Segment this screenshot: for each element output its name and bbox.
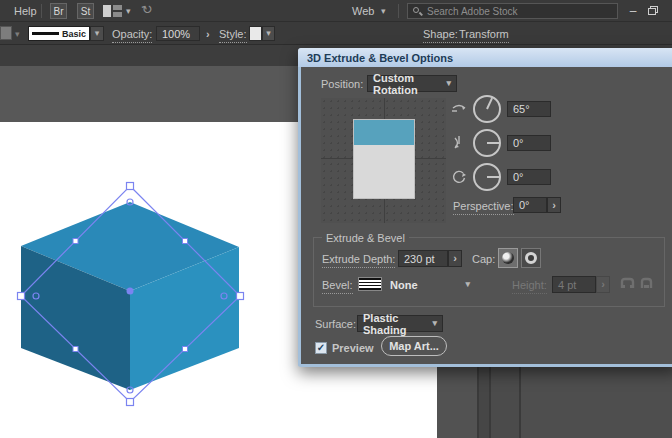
fill-swatch[interactable] bbox=[0, 26, 12, 40]
workspace-switcher-icon[interactable] bbox=[103, 5, 122, 17]
bevel-height-stepper-button: › bbox=[596, 276, 610, 293]
search-icon bbox=[413, 7, 422, 16]
extrude-depth-label[interactable]: Extrude Depth: bbox=[322, 251, 395, 268]
rotate-x-dial[interactable] bbox=[473, 95, 501, 123]
rotation-cube-preview[interactable] bbox=[353, 119, 415, 199]
style-swatch[interactable] bbox=[249, 26, 262, 41]
surface-label: Surface: bbox=[315, 316, 356, 332]
cap-label: Cap: bbox=[472, 251, 495, 267]
cube-preview-front bbox=[354, 145, 414, 198]
restore-window-button[interactable] bbox=[648, 6, 658, 15]
rotate-x-input[interactable]: 65° bbox=[507, 101, 551, 117]
search-placeholder: Search Adobe Stock bbox=[427, 6, 518, 17]
rotate-y-needle bbox=[487, 142, 499, 144]
extruded-cube-artwork[interactable] bbox=[0, 170, 300, 438]
dialog-title: 3D Extrude & Bevel Options bbox=[307, 52, 453, 64]
perspective-stepper-button[interactable]: › bbox=[547, 197, 561, 213]
map-art-button[interactable]: Map Art... bbox=[381, 336, 447, 356]
cube-preview-top bbox=[354, 120, 414, 145]
minimize-button[interactable]: – bbox=[627, 6, 639, 16]
position-select[interactable]: Custom Rotation ▾ bbox=[367, 75, 457, 92]
position-label: Position: bbox=[321, 76, 363, 92]
chevron-right-icon: › bbox=[601, 279, 605, 290]
application-window: Help Br St ▾ ↻ Web ▾ Search Adobe Stock … bbox=[0, 0, 672, 438]
preview-checkbox[interactable]: ✓ bbox=[315, 342, 327, 354]
extrude-depth-stepper-button[interactable]: › bbox=[448, 250, 462, 267]
chevron-down-icon: ▾ bbox=[446, 79, 451, 88]
rotate-y-dial[interactable] bbox=[473, 129, 501, 157]
stroke-style-preview[interactable]: Basic bbox=[28, 26, 90, 41]
rotate-y-input[interactable]: 0° bbox=[507, 135, 551, 151]
cap-on-button[interactable] bbox=[498, 248, 518, 268]
chevron-down-icon[interactable]: ▾ bbox=[15, 30, 20, 39]
chevron-down-icon: ▾ bbox=[432, 319, 437, 328]
chevron-right-icon[interactable]: › bbox=[206, 29, 210, 40]
chevron-down-icon: ▾ bbox=[465, 280, 470, 289]
panel-segment bbox=[437, 367, 477, 438]
rotate-z-needle bbox=[487, 176, 499, 178]
bevel-extent-out-icon bbox=[620, 277, 635, 290]
rotate-y-axis-icon bbox=[451, 135, 467, 151]
rotate-x-axis-icon bbox=[451, 101, 467, 115]
panel-segment bbox=[491, 367, 519, 438]
hollow-cap-icon bbox=[525, 252, 537, 264]
opacity-label[interactable]: Opacity: bbox=[112, 26, 152, 43]
rotate-z-dial[interactable] bbox=[473, 163, 501, 191]
control-bar: ▾ Basic ▾ Opacity: 100% › Style: ▾ ▾ bbox=[0, 22, 672, 45]
perspective-input[interactable]: 0° bbox=[513, 197, 547, 213]
stroke-line bbox=[32, 32, 59, 35]
chevron-down-icon[interactable]: ▾ bbox=[126, 7, 131, 16]
panel-divider bbox=[519, 367, 521, 438]
surface-select[interactable]: Plastic Shading ▾ bbox=[357, 315, 443, 332]
checkmark-icon: ✓ bbox=[317, 343, 325, 353]
stroke-style-dropdown-button[interactable]: ▾ bbox=[90, 26, 104, 41]
chevron-down-icon: ▾ bbox=[95, 29, 100, 38]
profile-select-label[interactable]: Web bbox=[352, 3, 374, 19]
opacity-input[interactable]: 100% bbox=[156, 26, 200, 41]
rotate-x-needle bbox=[486, 98, 493, 110]
rotate-z-axis-icon bbox=[451, 169, 467, 185]
brushes-panel-button[interactable]: Br bbox=[50, 3, 67, 19]
style-dropdown-button[interactable]: ▾ bbox=[262, 26, 275, 41]
bevel-preview-swatch bbox=[358, 277, 382, 291]
3d-extrude-bevel-dialog: 3D Extrude & Bevel Options Position: Cus… bbox=[298, 48, 672, 367]
bevel-label[interactable]: Bevel: bbox=[322, 277, 353, 294]
chevron-right-icon: › bbox=[552, 200, 556, 211]
chevron-down-icon: ▾ bbox=[266, 29, 271, 38]
sync-status-icon[interactable]: ↻ bbox=[140, 1, 155, 19]
position-value: Custom Rotation bbox=[373, 72, 446, 96]
rotate-z-input[interactable]: 0° bbox=[507, 169, 551, 185]
bevel-extent-in-icon bbox=[639, 277, 654, 290]
dialog-title-bar[interactable]: 3D Extrude & Bevel Options bbox=[298, 48, 672, 67]
selected-anchor-point[interactable] bbox=[127, 288, 134, 295]
search-input[interactable]: Search Adobe Stock bbox=[407, 3, 618, 19]
bevel-height-input: 4 pt bbox=[552, 276, 596, 293]
graphic-styles-panel-button[interactable]: St bbox=[77, 3, 94, 19]
extrude-depth-input[interactable]: 230 pt bbox=[398, 250, 448, 267]
perspective-label[interactable]: Perspective: bbox=[453, 198, 514, 215]
bevel-height-label: Height: bbox=[512, 277, 547, 294]
rotation-track-cube[interactable] bbox=[321, 98, 446, 223]
style-label[interactable]: Style: bbox=[219, 26, 247, 43]
bevel-select[interactable]: None ▾ bbox=[385, 276, 475, 293]
chevron-down-icon[interactable]: ▾ bbox=[381, 7, 386, 16]
extrude-bevel-group: Extrude & Bevel Extrude Depth: 230 pt › … bbox=[313, 237, 665, 307]
menu-bar: Help Br St ▾ ↻ Web ▾ Search Adobe Stock … bbox=[0, 0, 672, 22]
surface-value: Plastic Shading bbox=[363, 312, 432, 336]
chevron-right-icon: › bbox=[453, 253, 457, 264]
cap-off-button[interactable] bbox=[521, 248, 541, 268]
divider bbox=[41, 4, 42, 18]
divider bbox=[398, 4, 399, 18]
stroke-name: Basic bbox=[62, 29, 86, 39]
preview-checkbox-label[interactable]: Preview bbox=[332, 340, 374, 356]
transform-label[interactable]: Transform bbox=[459, 26, 509, 43]
solid-cap-icon bbox=[502, 252, 514, 264]
panel-dock-area bbox=[437, 367, 672, 438]
menu-help[interactable]: Help bbox=[14, 3, 37, 19]
shape-label[interactable]: Shape: bbox=[423, 26, 458, 43]
bevel-value: None bbox=[390, 279, 418, 291]
extrude-bevel-group-title: Extrude & Bevel bbox=[322, 230, 409, 246]
panel-segment bbox=[479, 367, 489, 438]
